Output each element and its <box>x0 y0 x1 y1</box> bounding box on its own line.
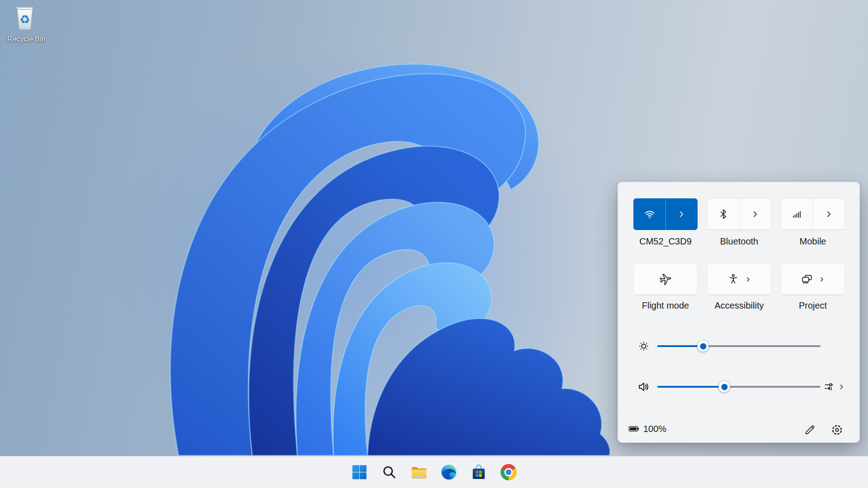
battery-status[interactable]: 100% <box>627 414 666 443</box>
quick-settings-footer: 100% <box>618 414 859 443</box>
accessibility-button[interactable] <box>707 263 771 295</box>
microsoft-store-icon <box>471 465 486 480</box>
volume-thumb[interactable] <box>719 381 730 393</box>
battery-icon <box>627 423 641 434</box>
settings-button[interactable] <box>828 421 846 439</box>
volume-slider[interactable] <box>657 378 821 396</box>
file-explorer-button[interactable] <box>409 462 429 482</box>
mobile-tile <box>781 198 845 230</box>
wifi-icon <box>644 208 656 220</box>
brightness-thumb[interactable] <box>698 341 709 352</box>
recycle-bin-shortcut[interactable]: ♻ Recycle Bin <box>7 5 42 43</box>
edit-quick-settings-button[interactable] <box>801 421 819 439</box>
wifi-tile-label: CM52_C3D9 <box>633 235 698 247</box>
volume-fill <box>657 386 724 388</box>
project-label: Project <box>781 300 845 311</box>
chrome-button[interactable] <box>499 462 519 482</box>
brightness-slider[interactable] <box>657 337 821 355</box>
brightness-sun-icon <box>637 340 650 352</box>
chrome-icon <box>500 464 517 480</box>
brightness-fill <box>657 345 703 347</box>
volume-row <box>618 378 860 396</box>
chevron-right-icon <box>838 383 845 390</box>
airplane-icon <box>659 273 672 286</box>
project-button[interactable] <box>781 263 845 295</box>
microsoft-store-button[interactable] <box>469 462 489 482</box>
recycle-bin-label: Recycle Bin <box>7 35 42 43</box>
chevron-right-icon <box>818 276 825 283</box>
taskbar-center-icons <box>349 456 519 488</box>
accessibility-person-icon <box>727 273 739 285</box>
chevron-right-icon <box>750 210 760 219</box>
bluetooth-tile-label: Bluetooth <box>707 235 771 247</box>
start-button[interactable] <box>349 462 369 482</box>
edge-icon <box>441 464 457 480</box>
wifi-toggle-button[interactable] <box>634 199 665 230</box>
search-button[interactable] <box>379 462 399 482</box>
quick-settings-panel: CM52_C3D9 Bluetooth <box>618 182 860 443</box>
gear-icon <box>831 424 843 436</box>
audio-output-icon <box>824 381 836 393</box>
mobile-tile-label: Mobile <box>781 235 845 247</box>
chevron-right-icon <box>824 210 833 219</box>
mobile-expand-button[interactable] <box>813 199 845 230</box>
bluetooth-icon <box>718 209 729 220</box>
chevron-right-icon <box>745 276 751 283</box>
bluetooth-toggle-button[interactable] <box>708 199 739 230</box>
audio-output-button[interactable] <box>824 379 851 394</box>
pencil-icon <box>804 424 816 436</box>
edge-button[interactable] <box>439 462 459 482</box>
battery-percent-label: 100% <box>643 424 666 434</box>
brightness-row <box>618 337 860 355</box>
search-icon <box>382 465 396 479</box>
mobile-signal-icon <box>792 209 802 220</box>
recycle-bin-icon: ♻ <box>13 5 37 33</box>
mobile-toggle-button[interactable] <box>781 199 813 230</box>
wifi-tile <box>633 198 698 230</box>
chevron-right-icon <box>677 210 686 219</box>
bluetooth-expand-button[interactable] <box>740 199 771 230</box>
svg-text:♻: ♻ <box>19 13 30 26</box>
desktop: ♻ Recycle Bin CM52_C3D9 <box>0 0 868 488</box>
wifi-expand-button[interactable] <box>666 199 698 230</box>
accessibility-label: Accessibility <box>707 300 771 311</box>
windows-start-icon <box>352 465 367 480</box>
flight-mode-label: Flight mode <box>633 300 698 311</box>
file-explorer-icon <box>410 464 428 481</box>
flight-mode-button[interactable] <box>633 263 698 295</box>
taskbar: ENG <box>0 456 868 488</box>
bluetooth-tile <box>707 198 771 230</box>
speaker-icon <box>637 380 650 393</box>
project-screens-icon <box>801 273 813 285</box>
